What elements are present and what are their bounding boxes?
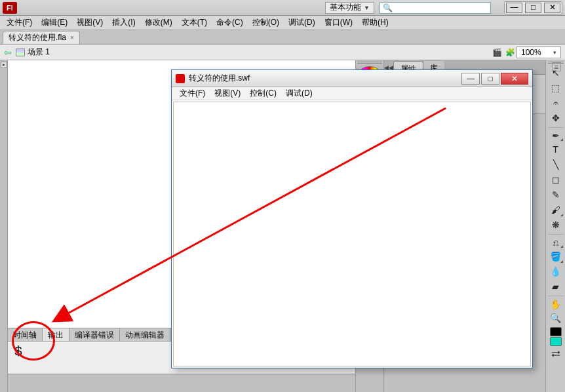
free-transform-tool-icon[interactable]: 𝄐: [548, 96, 564, 110]
collapse-left-icon[interactable]: ▸: [1, 62, 7, 68]
status-bar: [8, 374, 355, 392]
app-titlebar: Fl 基本功能 ▼ 🔍 — □ ✕: [0, 0, 565, 16]
eyedropper-tool-icon[interactable]: 💧: [548, 264, 564, 279]
swf-menubar: 文件(F) 视图(V) 控制(C) 调试(D): [172, 87, 532, 100]
menu-insert[interactable]: 插入(I): [108, 16, 139, 29]
bone-tool-icon[interactable]: ⎌: [548, 234, 564, 248]
swf-minimize-button[interactable]: —: [461, 73, 480, 85]
search-input[interactable]: 🔍: [380, 2, 491, 14]
chevron-down-icon: ▼: [364, 5, 370, 11]
selection-tool-icon[interactable]: ↖: [548, 66, 564, 80]
workspace-label: 基本功能: [330, 2, 361, 13]
menu-debug[interactable]: 调试(D): [284, 16, 319, 29]
menu-view[interactable]: 视图(V): [73, 16, 107, 29]
eraser-tool-icon[interactable]: ▰: [548, 279, 564, 294]
document-tab-title: 转义符的使用.fla: [9, 32, 66, 43]
scene-icon: [16, 49, 25, 56]
edit-bar: ⇦ 场景 1 🎬 🧩 100% ▾: [0, 45, 565, 60]
lasso-tool-icon[interactable]: ✥: [548, 111, 564, 125]
deco-tool-icon[interactable]: ❋: [548, 218, 564, 232]
pencil-tool-icon[interactable]: ✎: [548, 187, 564, 202]
swf-icon: [176, 74, 185, 83]
brush-tool-icon[interactable]: 🖌: [548, 203, 564, 217]
document-tab-row: 转义符的使用.fla ×: [0, 30, 565, 45]
chevron-down-icon: ▾: [553, 49, 556, 56]
workspace-dropdown[interactable]: 基本功能 ▼: [325, 2, 374, 14]
swf-menu-control[interactable]: 控制(C): [246, 87, 281, 100]
search-icon: 🔍: [383, 3, 393, 12]
tab-output[interactable]: 输出: [43, 328, 69, 341]
document-tab[interactable]: 转义符的使用.fla ×: [3, 31, 80, 44]
swf-canvas: [173, 102, 531, 366]
menu-edit[interactable]: 编辑(E): [37, 16, 71, 29]
tools-panel: ↖ ⬚ 𝄐 ✥ ✒ T ╲ ◻ ✎ 🖌 ❋ ⎌ 🪣 💧 ▰ ✋ 🔍 ⮂: [545, 60, 565, 392]
flash-logo: Fl: [3, 2, 17, 14]
close-icon[interactable]: ×: [70, 34, 74, 41]
minimize-button[interactable]: —: [506, 3, 522, 13]
left-dock-strip[interactable]: ▸: [0, 60, 8, 392]
swf-menu-file[interactable]: 文件(F): [176, 87, 209, 100]
tab-timeline[interactable]: 时间轴: [8, 328, 43, 341]
swf-preview-window[interactable]: 转义符的使用.swf — □ ✕ 文件(F) 视图(V) 控制(C) 调试(D): [171, 69, 533, 368]
swap-colors-icon[interactable]: ⮂: [548, 347, 564, 361]
main-menubar: 文件(F) 编辑(E) 视图(V) 插入(I) 修改(M) 文本(T) 命令(C…: [0, 16, 565, 30]
hand-tool-icon[interactable]: ✋: [548, 296, 564, 310]
grip-icon[interactable]: [357, 62, 382, 64]
scene-label[interactable]: 场景 1: [28, 47, 50, 58]
window-controls: — □ ✕: [504, 1, 562, 14]
zoom-dropdown[interactable]: 100% ▾: [516, 47, 561, 58]
menu-modify[interactable]: 修改(M): [141, 16, 176, 29]
paint-bucket-tool-icon[interactable]: 🪣: [548, 249, 564, 264]
swf-menu-debug[interactable]: 调试(D): [282, 87, 317, 100]
menu-file[interactable]: 文件(F): [3, 16, 36, 29]
swf-maximize-button[interactable]: □: [481, 73, 499, 85]
swf-title-text: 转义符的使用.swf: [189, 73, 460, 84]
menu-help[interactable]: 帮助(H): [358, 16, 393, 29]
menu-window[interactable]: 窗口(W): [321, 16, 357, 29]
swf-close-button[interactable]: ✕: [501, 73, 528, 85]
stroke-color-swatch[interactable]: [550, 327, 562, 336]
zoom-value: 100%: [521, 48, 541, 57]
subselection-tool-icon[interactable]: ⬚: [548, 81, 564, 95]
close-button[interactable]: ✕: [544, 3, 560, 13]
edit-scene-icon[interactable]: 🎬: [492, 47, 502, 58]
menu-text[interactable]: 文本(T): [178, 16, 211, 29]
fill-color-swatch[interactable]: [550, 337, 562, 346]
tab-compiler-errors[interactable]: 编译器错误: [69, 328, 120, 341]
text-tool-icon[interactable]: T: [548, 142, 564, 157]
swf-menu-view[interactable]: 视图(V): [210, 87, 244, 100]
menu-control[interactable]: 控制(O): [248, 16, 283, 29]
swf-titlebar[interactable]: 转义符的使用.swf — □ ✕: [172, 70, 532, 87]
line-tool-icon[interactable]: ╲: [548, 157, 564, 172]
rectangle-tool-icon[interactable]: ◻: [548, 172, 564, 187]
zoom-tool-icon[interactable]: 🔍: [548, 311, 564, 325]
edit-symbol-icon[interactable]: 🧩: [505, 47, 515, 58]
tab-motion-editor[interactable]: 动画编辑器: [120, 328, 170, 341]
pen-tool-icon[interactable]: ✒: [548, 127, 564, 142]
maximize-button[interactable]: □: [525, 3, 541, 13]
menu-commands[interactable]: 命令(C): [212, 16, 247, 29]
back-arrow-icon[interactable]: ⇦: [4, 47, 12, 58]
